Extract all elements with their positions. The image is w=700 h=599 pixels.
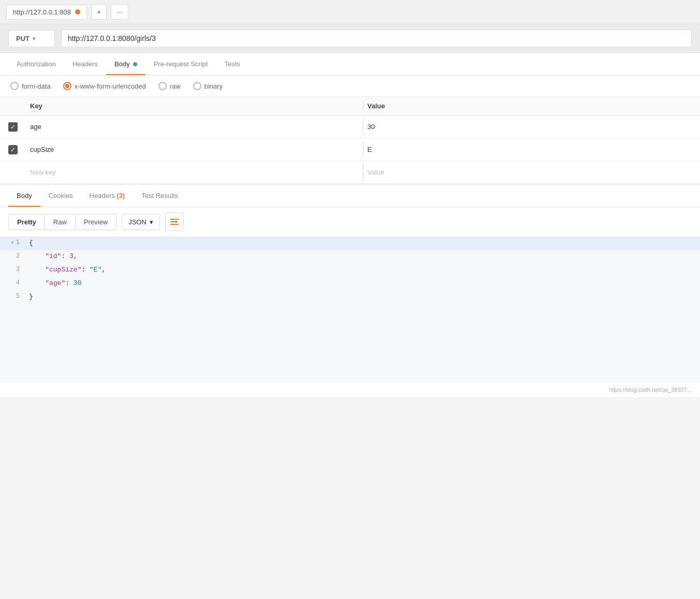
url-input[interactable] <box>61 30 692 47</box>
kv-header: Key Value <box>0 97 700 116</box>
add-tab-button[interactable]: + <box>91 4 107 20</box>
table-row-new: New key Value <box>0 161 700 184</box>
wrap-button[interactable] <box>165 212 184 231</box>
chevron-down-icon: ▾ <box>150 218 153 226</box>
code-content-4: "age": 30 <box>25 277 85 289</box>
preview-button[interactable]: Preview <box>76 215 116 230</box>
view-group: Pretty Raw Preview <box>8 214 116 230</box>
new-row-key[interactable]: New key <box>26 163 363 181</box>
resp-tab-test-results[interactable]: Test Results <box>133 184 186 207</box>
format-selector[interactable]: JSON ▾ <box>122 214 160 230</box>
row2-value[interactable]: E <box>363 140 701 159</box>
radio-form-data[interactable]: form-data <box>10 82 51 90</box>
code-view: ▾ 1 { 2 "id": 3, 3 "cupSize": "E", 4 "ag… <box>0 237 700 382</box>
row1-check-cell: ✓ <box>0 122 26 132</box>
response-toolbar: Pretty Raw Preview JSON ▾ <box>0 207 700 237</box>
val-col-header: Value <box>363 102 701 110</box>
method-selector[interactable]: PUT ▾ <box>8 30 55 47</box>
line-number-2: 2 <box>0 250 25 262</box>
tab-tests[interactable]: Tests <box>216 53 248 75</box>
collapse-arrow-icon[interactable]: ▾ <box>11 239 14 246</box>
key-col-header: Key <box>26 102 363 110</box>
code-line-2: 2 "id": 3, <box>0 250 700 264</box>
url-bar: PUT ▾ <box>0 24 700 53</box>
radio-circle-urlencoded <box>63 82 71 90</box>
row1-checkbox[interactable]: ✓ <box>8 122 18 132</box>
row2-checkbox[interactable]: ✓ <box>8 145 18 154</box>
tab-authorization[interactable]: Authorization <box>8 53 64 75</box>
resp-tab-headers[interactable]: Headers (3) <box>81 184 134 207</box>
method-label: PUT <box>16 35 30 42</box>
radio-circle-form-data <box>10 82 19 90</box>
tab-dot-icon <box>75 9 80 15</box>
resp-tab-cookies[interactable]: Cookies <box>40 184 81 207</box>
response-tabs: Body Cookies Headers (3) Test Results <box>0 184 700 207</box>
more-options-button[interactable]: ··· <box>111 4 128 20</box>
chevron-down-icon: ▾ <box>33 36 35 41</box>
radio-urlencoded[interactable]: x-www-form-urlencoded <box>63 82 146 90</box>
row1-value[interactable]: 30 <box>363 118 701 136</box>
code-content-5: } <box>25 291 37 303</box>
code-line-3: 3 "cupSize": "E", <box>0 264 700 277</box>
new-row-value[interactable]: Value <box>363 163 701 181</box>
tab-body[interactable]: Body <box>106 53 145 75</box>
raw-button[interactable]: Raw <box>45 215 76 230</box>
code-content-1: { <box>25 237 37 249</box>
radio-raw[interactable]: raw <box>158 82 181 90</box>
code-line-4: 4 "age": 30 <box>0 277 700 291</box>
tab-title: http://127.0.0.1:808 <box>13 8 71 16</box>
top-bar: http://127.0.0.1:808 + ··· <box>0 0 700 24</box>
line-number-1: ▾ 1 <box>0 237 25 248</box>
table-row: ✓ cupSize E <box>0 138 700 161</box>
radio-circle-raw <box>158 82 167 90</box>
body-dot-icon <box>133 62 137 66</box>
check-col-header <box>0 102 26 110</box>
pretty-button[interactable]: Pretty <box>9 215 45 230</box>
code-line-5: 5 } <box>0 291 700 304</box>
table-row: ✓ age 30 <box>0 116 700 138</box>
radio-binary[interactable]: binary <box>193 82 223 90</box>
tab-headers[interactable]: Headers <box>64 53 106 75</box>
footer: https://blog.csdn.net/qq_39327... <box>0 382 700 397</box>
code-content-3: "cupSize": "E", <box>25 264 110 276</box>
request-tabs: Authorization Headers Body Pre-request S… <box>0 53 700 76</box>
body-type-selector: form-data x-www-form-urlencoded raw bina… <box>0 76 700 97</box>
row1-key[interactable]: age <box>26 118 363 136</box>
line-number-5: 5 <box>0 291 25 302</box>
row2-key[interactable]: cupSize <box>26 140 363 159</box>
resp-tab-body[interactable]: Body <box>8 184 40 207</box>
kv-table: Key Value ✓ age 30 ✓ cupSize E New key V… <box>0 97 700 184</box>
tab-prerequest[interactable]: Pre-request Script <box>145 53 216 75</box>
line-number-3: 3 <box>0 264 25 275</box>
line-number-4: 4 <box>0 277 25 289</box>
row2-check-cell: ✓ <box>0 145 26 154</box>
footer-url-text: https://blog.csdn.net/qq_39327... <box>609 387 692 393</box>
browser-tab[interactable]: http://127.0.0.1:808 <box>6 5 87 20</box>
code-content-2: "id": 3, <box>25 250 82 262</box>
radio-circle-binary <box>193 82 201 90</box>
code-line-1: ▾ 1 { <box>0 237 700 250</box>
